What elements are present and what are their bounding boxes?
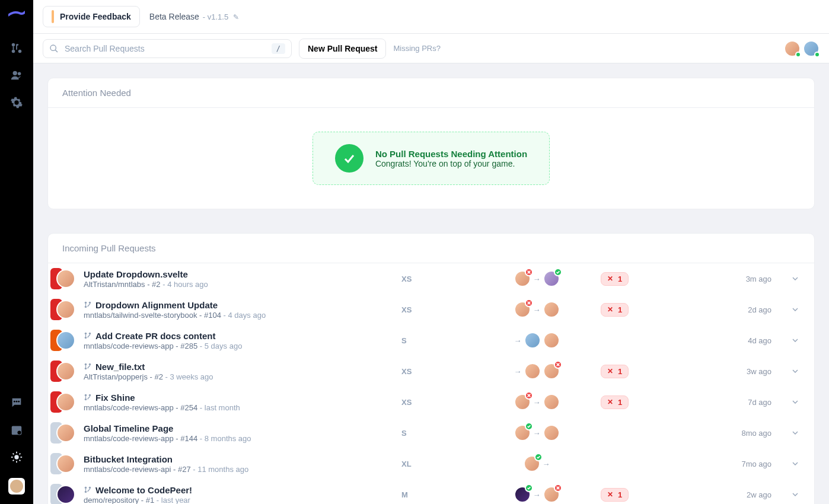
pr-title[interactable]: Dropdown Alignment Update (95, 300, 218, 310)
pr-title[interactable]: Update Dropdown.svelte (84, 269, 188, 279)
svg-point-25 (89, 302, 91, 304)
chevron-down-icon[interactable] (790, 274, 800, 283)
reviewer-avatar[interactable] (514, 486, 531, 503)
status-cell: ✕1 (601, 365, 696, 378)
pr-title[interactable]: Welcome to CodePeer! (95, 485, 192, 495)
settings-icon[interactable] (10, 96, 23, 109)
chevron-down-icon[interactable] (790, 459, 800, 468)
status-rejected-icon (525, 299, 533, 307)
reviewer-avatar[interactable] (514, 301, 531, 318)
reviewers: → (477, 425, 596, 441)
panel-title: Attention Needed (48, 78, 814, 108)
chevron-down-icon[interactable] (790, 305, 800, 314)
failure-badge[interactable]: ✕1 (601, 395, 629, 409)
author-avatar[interactable] (56, 454, 75, 473)
feedback-button[interactable]: Provide Feedback (43, 6, 140, 27)
pr-info: Add Create PR docs contentmntlabs/code-r… (84, 331, 397, 350)
pr-row[interactable]: New_file.txtAltTristan/popperjs - #2 - 3… (48, 356, 814, 387)
chevron-down-icon[interactable] (790, 366, 800, 376)
reviewer-avatar[interactable] (543, 425, 560, 441)
reviewer-avatar[interactable] (514, 394, 531, 410)
reviewer-avatar[interactable] (524, 363, 541, 379)
author-avatar[interactable] (56, 362, 75, 381)
calendar-user-icon[interactable] (10, 423, 23, 436)
release-info[interactable]: Beta Release - v1.1.5 ✎ (149, 12, 239, 21)
search-box[interactable]: / (43, 39, 292, 58)
svg-line-17 (13, 460, 14, 461)
svg-point-29 (85, 337, 87, 339)
branch-icon (84, 362, 92, 371)
reviewer-avatar[interactable] (543, 332, 560, 349)
svg-line-15 (13, 454, 14, 455)
status-rejected-icon (554, 361, 562, 369)
pr-row[interactable]: Global Timeline Pagemntlabs/code-reviews… (48, 417, 814, 448)
failure-badge[interactable]: ✕1 (601, 303, 629, 317)
pr-title[interactable]: Add Create PR docs content (95, 331, 216, 341)
reviewers: → (477, 270, 596, 287)
pr-title[interactable]: Global Timeline Page (84, 423, 173, 433)
branch-icon (84, 331, 92, 340)
pr-title[interactable]: New_file.txt (95, 362, 145, 372)
chat-icon[interactable] (10, 396, 23, 409)
search-input[interactable] (65, 44, 266, 53)
author-avatar[interactable] (56, 300, 75, 319)
pr-row[interactable]: Bitbucket Integrationmntlabs/code-review… (48, 448, 814, 479)
pull-requests-icon[interactable] (10, 42, 23, 55)
x-icon: ✕ (607, 367, 613, 375)
reviewer-avatar[interactable] (514, 270, 531, 287)
reviewer-avatar[interactable] (524, 455, 540, 472)
pr-row[interactable]: Update Dropdown.svelteAltTristan/mntlabs… (48, 263, 814, 294)
failure-badge[interactable]: ✕1 (601, 365, 629, 378)
pr-subtitle: mntlabs/code-reviews-app - #285 - 5 days… (84, 342, 397, 350)
pr-row[interactable]: Add Create PR docs contentmntlabs/code-r… (48, 325, 814, 356)
svg-line-18 (20, 454, 21, 455)
author-avatar[interactable] (56, 269, 75, 288)
failure-count: 1 (618, 305, 622, 314)
team-icon[interactable] (10, 69, 23, 82)
pr-row[interactable]: Fix Shinemntlabs/code-reviews-app - #254… (48, 387, 814, 417)
failure-badge[interactable]: ✕1 (601, 488, 629, 502)
chevron-down-icon[interactable] (790, 397, 800, 407)
feedback-label: Provide Feedback (60, 12, 131, 21)
author-avatar[interactable] (56, 423, 75, 442)
pr-row[interactable]: Welcome to CodePeer!demo/repository - #1… (48, 479, 814, 504)
failure-badge[interactable]: ✕1 (601, 272, 629, 286)
pr-title[interactable]: Bitbucket Integration (84, 454, 173, 464)
chevron-down-icon[interactable] (790, 428, 800, 438)
status-cell: ✕1 (601, 488, 696, 502)
avatar[interactable] (784, 40, 801, 57)
branch-icon (84, 393, 92, 401)
reviewer-avatar[interactable] (514, 425, 531, 441)
pr-author (53, 421, 76, 445)
author-avatar[interactable] (56, 331, 75, 350)
x-icon: ✕ (607, 305, 613, 314)
svg-line-16 (20, 460, 21, 461)
arrow-icon: → (533, 305, 541, 314)
reviewer-avatar[interactable] (543, 394, 560, 410)
pr-title[interactable]: Fix Shine (95, 393, 135, 403)
empty-sub: Congrats! You're on top of your game. (375, 159, 527, 168)
chevron-down-icon[interactable] (790, 336, 800, 345)
author-avatar[interactable] (56, 393, 75, 412)
reviewer-avatar[interactable] (543, 301, 560, 318)
missing-prs-link[interactable]: Missing PRs? (393, 44, 440, 53)
new-pr-button[interactable]: New Pull Request (299, 39, 386, 59)
author-avatar[interactable] (56, 485, 75, 504)
pr-row[interactable]: Dropdown Alignment Updatemntlabs/tailwin… (48, 294, 814, 325)
failure-count: 1 (618, 490, 622, 499)
reviewer-avatar[interactable] (543, 486, 560, 503)
reviewer-avatar[interactable] (543, 270, 560, 287)
avatar[interactable] (803, 40, 820, 57)
time-ago: 8mo ago (700, 429, 771, 438)
arrow-icon: → (514, 336, 522, 345)
reviewer-avatar[interactable] (524, 332, 541, 349)
pr-subtitle: mntlabs/code-reviews-app - #254 - last m… (84, 403, 397, 412)
user-avatar[interactable] (8, 478, 25, 495)
pr-info: Fix Shinemntlabs/code-reviews-app - #254… (84, 393, 397, 412)
chevron-down-icon[interactable] (790, 490, 800, 499)
svg-point-28 (85, 333, 87, 335)
theme-icon[interactable] (10, 451, 23, 464)
svg-point-10 (14, 455, 18, 459)
reviewer-avatar[interactable] (543, 363, 560, 379)
pr-author (53, 359, 76, 383)
